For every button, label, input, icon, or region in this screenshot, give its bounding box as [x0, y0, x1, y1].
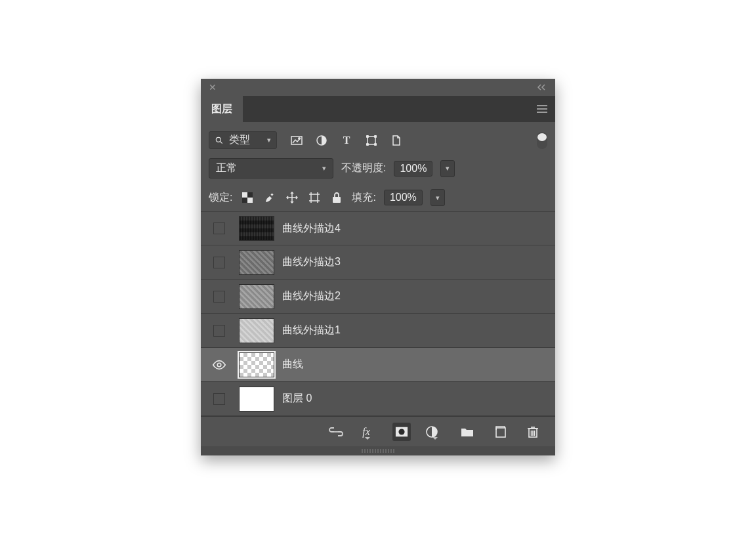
new-layer-button[interactable] — [491, 423, 509, 441]
svg-rect-8 — [368, 137, 375, 144]
visibility-toggle[interactable] — [207, 393, 231, 405]
svg-rect-14 — [242, 192, 247, 198]
lock-pixels-brush-icon[interactable] — [262, 191, 277, 204]
search-icon — [215, 136, 224, 145]
layer-row[interactable]: 曲线外描边4 — [201, 211, 555, 245]
close-panel-button[interactable]: ✕ — [209, 82, 217, 93]
svg-point-12 — [375, 143, 377, 145]
svg-point-29 — [217, 363, 221, 367]
layer-name[interactable]: 图层 0 — [282, 392, 312, 406]
filter-pixel-icon[interactable] — [290, 134, 303, 147]
layers-list: 曲线外描边4曲线外描边3曲线外描边2曲线外描边1曲线图层 0 — [201, 211, 555, 416]
layer-filter-row: 类型 ▾ T — [201, 122, 555, 153]
visibility-toggle[interactable] — [207, 257, 231, 268]
svg-rect-19 — [311, 194, 318, 201]
layer-thumbnail[interactable] — [239, 284, 274, 309]
layer-name[interactable]: 曲线外描边4 — [282, 222, 341, 236]
visibility-empty-icon — [213, 257, 225, 268]
tab-label: 图层 — [211, 102, 232, 116]
svg-point-32 — [398, 429, 404, 434]
visibility-empty-icon — [213, 325, 225, 337]
visibility-toggle[interactable] — [207, 222, 231, 234]
svg-point-6 — [299, 137, 300, 138]
lock-artboard-icon[interactable] — [307, 191, 322, 204]
layer-style-fx-button[interactable]: fx — [360, 423, 378, 441]
add-mask-button[interactable] — [392, 423, 411, 441]
lock-transparency-icon[interactable] — [240, 191, 255, 204]
filter-shape-icon[interactable] — [365, 134, 378, 147]
lock-row: 锁定: 填充: — [201, 184, 555, 211]
lock-all-icon[interactable] — [329, 191, 344, 204]
visibility-empty-icon — [213, 393, 225, 405]
layers-toolbar: fx — [201, 416, 555, 446]
lock-position-icon[interactable] — [285, 191, 299, 204]
collapse-panel-button[interactable] — [537, 82, 547, 93]
opacity-stepper[interactable]: ▾ — [440, 160, 455, 177]
layer-row[interactable]: 图层 0 — [201, 382, 555, 416]
filter-type-label: 类型 — [229, 133, 250, 147]
layer-thumbnail[interactable] — [239, 387, 274, 411]
filter-adjustment-icon[interactable] — [315, 134, 328, 147]
svg-rect-15 — [247, 198, 253, 203]
panel-menu-button[interactable] — [529, 96, 555, 122]
layer-name[interactable]: 曲线外描边1 — [282, 324, 341, 337]
svg-line-4 — [220, 141, 222, 143]
svg-rect-34 — [496, 428, 505, 437]
blend-mode-dropdown[interactable]: 正常 ▾ — [209, 158, 333, 179]
layer-row[interactable]: 曲线 — [201, 348, 555, 382]
layer-name[interactable]: 曲线 — [282, 358, 303, 371]
svg-point-10 — [375, 135, 377, 137]
chevron-down-icon: ▾ — [322, 164, 326, 173]
blend-mode-value: 正常 — [216, 161, 237, 175]
panel-resize-grip[interactable] — [201, 446, 555, 455]
filter-type-text-icon[interactable]: T — [340, 134, 353, 147]
panel-titlebar: ✕ — [201, 79, 555, 96]
layer-thumbnail[interactable] — [239, 352, 274, 377]
link-layers-button[interactable] — [327, 423, 345, 441]
filter-toggle-switch[interactable] — [537, 132, 547, 149]
layer-row[interactable]: 曲线外描边3 — [201, 245, 555, 280]
layer-name[interactable]: 曲线外描边3 — [282, 255, 341, 269]
fill-value-input[interactable]: 100% — [384, 190, 423, 205]
svg-point-3 — [216, 137, 220, 142]
lock-label: 锁定: — [209, 191, 232, 205]
svg-point-9 — [367, 135, 369, 137]
svg-point-11 — [367, 143, 369, 145]
new-adjustment-layer-button[interactable] — [425, 423, 444, 441]
fill-label: 填充: — [352, 191, 375, 205]
fill-stepper[interactable]: ▾ — [430, 189, 445, 206]
opacity-label: 不透明度: — [341, 161, 386, 175]
visibility-toggle[interactable] — [207, 358, 231, 372]
blend-mode-row: 正常 ▾ 不透明度: 100% ▾ — [201, 153, 555, 184]
visibility-toggle[interactable] — [207, 291, 231, 303]
opacity-value-input[interactable]: 100% — [394, 161, 432, 177]
panel-tabs: 图层 — [201, 96, 555, 122]
layer-thumbnail[interactable] — [239, 250, 274, 275]
chevron-down-icon: ▾ — [267, 136, 271, 144]
layer-row[interactable]: 曲线外描边1 — [201, 314, 555, 348]
delete-layer-button[interactable] — [524, 423, 542, 441]
layers-panel: ✕ 图层 类型 ▾ — [201, 79, 555, 455]
filter-type-dropdown[interactable]: 类型 ▾ — [209, 131, 277, 149]
svg-rect-16 — [271, 193, 274, 196]
filter-smartobject-icon[interactable] — [390, 134, 403, 147]
eye-icon — [212, 358, 226, 372]
fill-value: 100% — [390, 192, 417, 203]
tab-layers[interactable]: 图层 — [201, 96, 243, 122]
new-group-button[interactable] — [458, 423, 476, 441]
layer-name[interactable]: 曲线外描边2 — [282, 289, 341, 303]
visibility-toggle[interactable] — [207, 325, 231, 337]
visibility-empty-icon — [213, 222, 225, 234]
opacity-value: 100% — [400, 163, 427, 175]
layer-thumbnail[interactable] — [239, 216, 274, 241]
layer-row[interactable]: 曲线外描边2 — [201, 280, 555, 314]
svg-rect-28 — [333, 197, 341, 203]
visibility-empty-icon — [213, 291, 225, 303]
layer-thumbnail[interactable] — [239, 318, 274, 343]
